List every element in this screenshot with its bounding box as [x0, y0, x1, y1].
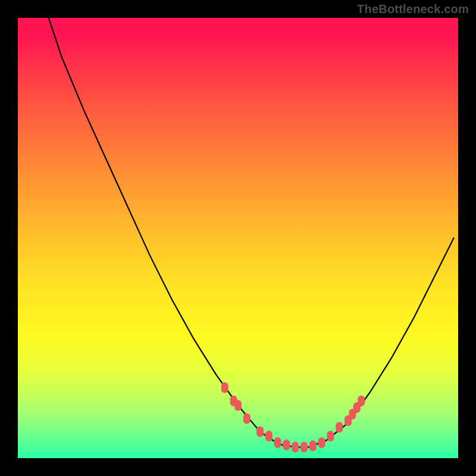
marker-point: [234, 400, 242, 411]
marker-point: [300, 442, 308, 453]
marker-point: [283, 440, 290, 450]
plot-svg: [18, 18, 458, 458]
marker-point: [221, 383, 228, 393]
marker-point: [243, 413, 250, 424]
bottleneck-curve: [49, 18, 454, 447]
marker-point: [274, 437, 281, 448]
marker-point: [358, 396, 365, 406]
plot-area: [18, 18, 458, 458]
marker-point: [292, 442, 299, 453]
marker-point: [336, 422, 343, 433]
chart-canvas: TheBottleneck.com: [0, 0, 476, 476]
marker-point: [256, 427, 264, 437]
marker-point: [318, 437, 325, 448]
marker-group: [221, 383, 365, 453]
marker-point: [309, 440, 317, 451]
marker-point: [265, 431, 273, 441]
marker-point: [327, 431, 334, 441]
watermark-text: TheBottleneck.com: [357, 2, 469, 16]
